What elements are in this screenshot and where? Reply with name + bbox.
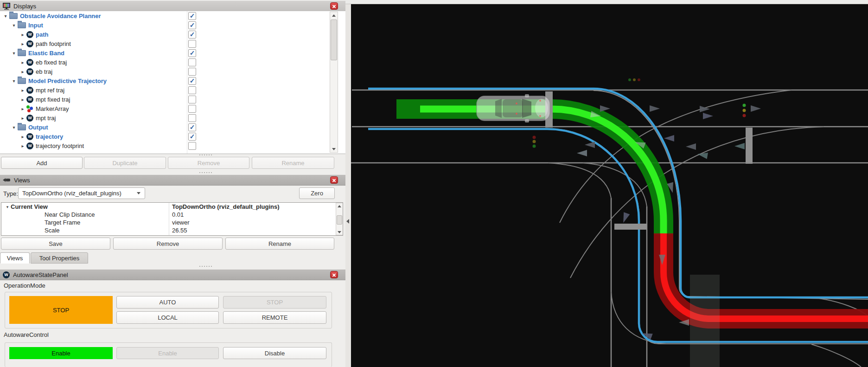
panel-resize-handle[interactable]: [199, 172, 212, 173]
close-icon[interactable]: [330, 2, 338, 10]
add-display-button[interactable]: Add: [1, 157, 83, 169]
expander-arrow-icon[interactable]: ▸: [19, 88, 26, 93]
tree-row-eb-traj[interactable]: ▸ eb traj: [0, 67, 345, 76]
remove-view-button[interactable]: Remove: [113, 238, 223, 250]
expander-arrow-icon[interactable]: ▸: [19, 69, 26, 74]
autoware-display-icon: [26, 115, 33, 122]
property-row-current-view[interactable]: ▾ Current View TopDownOrtho (rviz_defaul…: [1, 203, 343, 211]
tree-row-path-footprint[interactable]: ▸ path footprint: [0, 39, 345, 48]
tree-row-eb-fixed-traj[interactable]: ▸ eb fixed traj: [0, 58, 345, 67]
expander-arrow-icon[interactable]: ▸: [19, 106, 26, 111]
tree-row-trajectory[interactable]: ▸ trajectory ✓: [0, 132, 345, 141]
tree-row-output[interactable]: ▾ Output ✓: [0, 122, 345, 132]
visibility-checkbox[interactable]: [188, 142, 196, 150]
tree-row-label: eb traj: [36, 68, 52, 75]
collapse-panel-icon[interactable]: [346, 219, 349, 224]
property-row-near-clip[interactable]: Near Clip Distance 0.01: [1, 211, 343, 219]
expander-arrow-icon[interactable]: ▾: [10, 78, 18, 84]
tree-row-label: MarkerArray: [36, 105, 69, 112]
auto-mode-button[interactable]: AUTO: [116, 296, 219, 309]
tab-views[interactable]: Views: [0, 252, 30, 264]
visibility-checkbox[interactable]: [188, 105, 196, 113]
tree-row-label: Output: [28, 124, 48, 131]
expander-arrow-icon[interactable]: ▾: [10, 23, 18, 28]
visibility-checkbox[interactable]: ✓: [188, 12, 196, 20]
visibility-checkbox[interactable]: [188, 114, 196, 122]
zero-button[interactable]: Zero: [299, 187, 335, 199]
expander-arrow-icon[interactable]: ▸: [19, 116, 26, 121]
expander-arrow-icon[interactable]: ▸: [19, 60, 26, 65]
expander-arrow-icon[interactable]: ▾: [2, 13, 9, 19]
properties-scrollbar[interactable]: [336, 203, 343, 235]
remote-mode-button[interactable]: REMOTE: [223, 311, 326, 324]
tab-tool-properties[interactable]: Tool Properties: [31, 252, 88, 264]
property-value[interactable]: viewer: [172, 219, 190, 226]
expander-arrow-icon[interactable]: ▾: [10, 51, 18, 56]
panel-splitter[interactable]: [345, 4, 351, 367]
expander-arrow-icon[interactable]: ▸: [19, 32, 26, 37]
property-row-scale[interactable]: Scale 26.55: [1, 226, 343, 234]
property-name: Near Clip Distance: [45, 211, 95, 218]
close-icon[interactable]: [330, 271, 338, 278]
view-type-dropdown[interactable]: TopDownOrtho (rviz_default_plugins): [18, 187, 145, 199]
local-mode-button[interactable]: LOCAL: [116, 311, 219, 324]
visibility-checkbox[interactable]: ✓: [188, 31, 196, 39]
visibility-checkbox[interactable]: [188, 86, 196, 94]
visibility-checkbox[interactable]: ✓: [188, 77, 196, 85]
expander-arrow-icon[interactable]: ▸: [19, 143, 26, 148]
3d-viewport[interactable]: [351, 4, 868, 367]
tree-row-input[interactable]: ▾ Input ✓: [0, 20, 345, 30]
tab-label: Tool Properties: [39, 255, 80, 262]
tree-row-mpt-traj[interactable]: ▸ mpt traj: [0, 113, 345, 122]
expander-arrow-icon[interactable]: ▸: [19, 97, 26, 102]
tree-row-mpt-ref-traj[interactable]: ▸ mpt ref traj: [0, 85, 345, 95]
expander-arrow-icon[interactable]: ▸: [19, 134, 26, 139]
visibility-checkbox[interactable]: ✓: [188, 49, 196, 57]
property-value[interactable]: 0.01: [172, 211, 184, 218]
autoware-state-panel-titlebar[interactable]: AutowareStatePanel: [0, 269, 345, 280]
tree-row-mpt-fixed-traj[interactable]: ▸ mpt fixed traj: [0, 95, 345, 104]
visibility-checkbox[interactable]: [188, 68, 196, 76]
tree-row-path[interactable]: ▸ path ✓: [0, 30, 345, 39]
panel-resize-handle[interactable]: [199, 155, 212, 155]
scrollbar-thumb[interactable]: [337, 215, 342, 225]
visibility-checkbox[interactable]: [188, 40, 196, 48]
panel-resize-handle[interactable]: [199, 266, 212, 267]
tree-row-label: eb fixed traj: [36, 59, 67, 66]
rename-view-button[interactable]: Rename: [225, 238, 334, 250]
checkmark-icon: ✓: [190, 31, 195, 38]
visibility-checkbox[interactable]: ✓: [188, 133, 196, 141]
folder-icon: [18, 78, 26, 84]
disable-control-button[interactable]: Disable: [223, 347, 326, 359]
property-name: Current View: [11, 203, 48, 210]
tree-row-elastic-band[interactable]: ▾ Elastic Band ✓: [0, 48, 345, 58]
scroll-up-icon[interactable]: [336, 203, 343, 209]
autoware-display-icon: [26, 142, 33, 149]
expander-arrow-icon[interactable]: ▾: [4, 205, 11, 209]
stop-mode-button: STOP: [223, 296, 326, 309]
property-value[interactable]: 26.55: [172, 227, 187, 234]
property-row-target-frame[interactable]: Target Frame viewer: [1, 219, 343, 226]
tree-row-model-predictive-trajectory[interactable]: ▾ Model Predictive Trajectory ✓: [0, 76, 345, 85]
visibility-checkbox[interactable]: [188, 96, 196, 103]
expander-arrow-icon[interactable]: ▸: [19, 41, 26, 46]
scrollbar-thumb[interactable]: [331, 19, 337, 60]
tree-row-trajectory-footprint[interactable]: ▸ trajectory footprint: [0, 141, 345, 150]
visibility-checkbox[interactable]: ✓: [188, 21, 196, 29]
save-view-button[interactable]: Save: [1, 238, 110, 250]
rviz-window: Displays ▾ Obstacle Avoidance Planner ✓ …: [0, 0, 868, 367]
scroll-up-icon[interactable]: [330, 12, 338, 19]
tree-row-obstacle-avoidance-planner[interactable]: ▾ Obstacle Avoidance Planner ✓: [0, 11, 345, 20]
visibility-checkbox[interactable]: [188, 58, 196, 66]
expander-arrow-icon[interactable]: ▾: [10, 125, 18, 130]
visibility-checkbox[interactable]: ✓: [188, 123, 196, 131]
views-panel-titlebar[interactable]: Views: [0, 174, 345, 186]
scroll-down-icon[interactable]: [330, 146, 338, 152]
tree-row-label: path footprint: [36, 40, 71, 47]
scroll-down-icon[interactable]: [336, 229, 343, 235]
tree-row-marker-array[interactable]: ▸ MarkerArray: [0, 104, 345, 113]
operation-mode-label: OperationMode: [4, 282, 45, 289]
displays-panel-titlebar[interactable]: Displays: [0, 0, 345, 12]
close-icon[interactable]: [330, 176, 338, 184]
tree-scrollbar[interactable]: [330, 12, 338, 153]
